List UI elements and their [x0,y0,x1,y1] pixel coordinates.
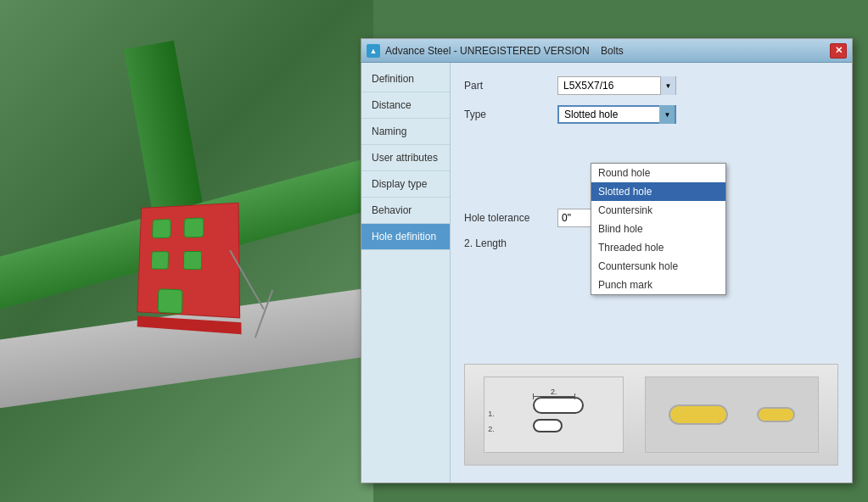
row-label-1: 1. [488,410,495,418]
slot-large [669,404,728,425]
row-label-2: 2. [488,425,495,433]
title-bar-left: ▲ Advance Steel - UNREGISTERED VERSION B… [367,44,624,58]
part-row: Part L5X5X7/16 ▼ [464,76,838,95]
bolt-1 [152,219,171,238]
length-label: 2. Length [464,237,549,249]
dimension-indicator: 2. [510,388,597,397]
nav-item-definition[interactable]: Definition [361,66,450,92]
type-dropdown-overlay: Round hole Slotted hole Countersink Blin… [591,163,726,295]
nav-sidebar: Definition Distance Naming User attribut… [361,63,451,482]
hole-shape-small [533,419,563,432]
nav-item-user-attributes[interactable]: User attributes [361,145,450,171]
right-diagram [645,376,819,453]
dim-tick-right [574,393,575,399]
type-select[interactable]: Slotted hole ▼ [557,105,676,124]
bolt-5 [158,288,183,314]
part-label: Part [464,80,549,92]
nav-item-hole-definition[interactable]: Hole definition [361,224,450,250]
nav-item-distance[interactable]: Distance [361,92,450,119]
dim-line [533,396,575,397]
bolt-4 [183,251,202,270]
title-text: Advance Steel - UNREGISTERED VERSION Bol… [385,45,624,57]
dialog-content: Definition Distance Naming User attribut… [361,63,852,482]
main-content: Part L5X5X7/16 ▼ Type Slotted hole ▼ Rou… [451,63,852,482]
close-button[interactable]: ✕ [830,43,847,59]
bolt-2 [183,217,204,237]
dim-tick-left [533,393,534,399]
dropdown-option-slotted-hole[interactable]: Slotted hole [591,182,725,201]
bracket [137,203,240,319]
dim-number: 2. [551,388,557,396]
slot-small [757,407,795,422]
nav-item-behavior[interactable]: Behavior [361,198,450,224]
left-diagram: 2. 1. 2. [484,376,624,453]
dialog-window: ▲ Advance Steel - UNREGISTERED VERSION B… [361,38,853,483]
type-value: Slotted hole [559,109,659,120]
bolt-3 [151,251,169,270]
preview-area: 2. 1. 2. [464,364,838,466]
part-select[interactable]: L5X5X7/16 ▼ [557,76,676,95]
dropdown-option-countersunk-hole[interactable]: Countersunk hole [591,257,725,276]
hole-shapes [533,397,584,432]
dropdown-option-countersink[interactable]: Countersink [591,201,725,220]
title-bar: ▲ Advance Steel - UNREGISTERED VERSION B… [361,39,852,63]
hole-tolerance-label: Hole tolerance [464,212,549,224]
dropdown-option-punch-mark[interactable]: Punch mark [591,276,725,294]
type-row: Type Slotted hole ▼ [464,105,838,124]
nav-item-naming[interactable]: Naming [361,119,450,145]
hole-shape-outline [533,397,584,414]
dialog-title: Bolts [601,45,624,57]
part-value: L5X5X7/16 [558,80,660,92]
background-scene [0,0,373,502]
dropdown-option-blind-hole[interactable]: Blind hole [591,220,725,238]
dropdown-option-round-hole[interactable]: Round hole [591,164,725,182]
dropdown-option-threaded-hole[interactable]: Threaded hole [591,238,725,257]
part-dropdown-arrow[interactable]: ▼ [660,76,675,95]
app-icon: ▲ [367,44,380,58]
type-dropdown-arrow[interactable]: ▼ [659,105,675,124]
type-label: Type [464,109,549,120]
nav-item-display-type[interactable]: Display type [361,171,450,198]
row-labels: 1. 2. [488,410,495,433]
app-name: Advance Steel - UNREGISTERED VERSION [385,45,590,57]
